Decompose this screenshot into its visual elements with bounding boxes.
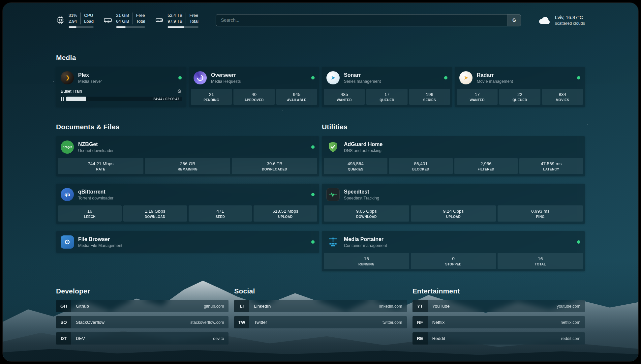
playback-progress-fill xyxy=(66,97,86,101)
bookmark-reddit[interactable]: RE Reddit reddit.com xyxy=(412,332,585,345)
service-subtitle: Usenet downloader xyxy=(78,148,114,153)
playback-progress-bar[interactable]: 24:44 / 02:06:47 xyxy=(66,97,182,101)
section-title-media: Media xyxy=(56,54,585,62)
stat-series: 196 SERIES xyxy=(409,89,450,105)
bookmark-github[interactable]: GH Github github.com xyxy=(56,300,229,312)
portainer-icon xyxy=(326,235,340,249)
filebrowser-icon xyxy=(61,235,74,249)
bookmark-abbr: LI xyxy=(234,300,249,312)
cpu-load-label: Load xyxy=(84,18,94,24)
service-card-qbittorrent[interactable]: qb qBittorrent Torrent downloader 16 LEE… xyxy=(56,184,319,224)
service-name: Speedtest xyxy=(344,189,379,195)
service-card-overseerr[interactable]: Overseerr Media Requests 21 PENDING 40 A… xyxy=(189,67,319,107)
stat-filtered: 2,956 FILTERED xyxy=(454,158,518,174)
gear-icon[interactable]: ⚙ xyxy=(177,89,182,94)
service-subtitle: Torrent downloader xyxy=(78,196,113,200)
stat-remaining: 266 GB REMAINING xyxy=(145,158,230,174)
stat-leech: 16 LEECH xyxy=(58,205,122,222)
ram-progress-fill xyxy=(116,26,126,28)
status-dot xyxy=(311,145,315,149)
bookmark-url: twitter.com xyxy=(382,320,402,325)
status-dot xyxy=(577,76,580,79)
cpu-progress-fill xyxy=(69,26,76,28)
cloud-icon xyxy=(538,15,551,25)
service-subtitle: Speedtest Tracking xyxy=(344,196,379,200)
stat-download: 1.19 Gbps DOWNLOAD xyxy=(123,205,187,222)
status-dot xyxy=(311,240,315,244)
stat-queued: 17 QUEUED xyxy=(366,89,407,105)
service-subtitle: Movie management xyxy=(477,79,513,84)
service-card-filebrowser[interactable]: File Browser Media File Management xyxy=(56,231,319,253)
ram-total-value: 64 GiB xyxy=(116,18,129,24)
service-card-adguard[interactable]: AdGuard Home DNS and adblocking 498,564 … xyxy=(322,136,585,176)
bookmark-linkedin[interactable]: LI LinkedIn linkedin.com xyxy=(234,300,407,312)
weather-location: Lviv, 16.87°C xyxy=(555,15,585,20)
service-card-radarr[interactable]: Radarr Movie management 17 WANTED 22 QUE… xyxy=(455,67,585,107)
service-card-plex[interactable]: Plex Media server Bullet Train ⚙ 24:4 xyxy=(56,67,186,107)
search-engine-button[interactable]: G xyxy=(507,15,521,26)
stat-rate: 744.21 Mbps RATE xyxy=(58,158,143,174)
radarr-icon xyxy=(459,71,473,84)
status-dot xyxy=(311,193,315,196)
disk-total-value: 97.9 TB xyxy=(168,18,182,24)
bookmark-abbr: TW xyxy=(234,316,249,328)
service-subtitle: Container management xyxy=(344,243,387,248)
stat-queries: 498,564 QUERIES xyxy=(324,158,387,174)
cpu-progress-bar xyxy=(69,26,94,28)
service-subtitle: Media server xyxy=(78,79,102,84)
bookmark-youtube[interactable]: YT YouTube youtube.com xyxy=(412,300,585,312)
bookmark-url: github.com xyxy=(204,304,224,309)
status-dot xyxy=(577,240,580,244)
playback-time: 24:44 / 02:06:47 xyxy=(153,97,179,101)
bookmark-url: youtube.com xyxy=(557,304,580,309)
stat-wanted: 485 WANTED xyxy=(324,89,365,105)
service-card-portainer[interactable]: Media Portainer Container management 16 … xyxy=(322,231,585,271)
stat-total: 16 TOTAL xyxy=(498,253,583,269)
status-dot xyxy=(178,76,182,79)
overseerr-icon xyxy=(194,71,207,84)
service-name: AdGuard Home xyxy=(344,141,382,147)
sonarr-icon xyxy=(326,71,340,84)
search-bar: G xyxy=(216,14,521,26)
bookmark-name: LinkedIn xyxy=(254,304,271,309)
cpu-label: CPU xyxy=(84,13,94,18)
cpu-widget: 31% 2.94 CPU Load xyxy=(56,13,94,28)
bookmark-stackoverflow[interactable]: SO StackOverflow stackoverflow.com xyxy=(56,316,229,328)
ram-free-value: 21 GiB xyxy=(116,13,129,18)
service-card-nzbget[interactable]: nzbget NZBGet Usenet downloader 744.21 M… xyxy=(56,136,319,176)
bookmark-abbr: SO xyxy=(56,316,71,328)
disk-widget: 52.4 TB 97.9 TB Free Total xyxy=(155,13,198,28)
bookmark-url: netflix.com xyxy=(561,320,580,325)
disk-total-label: Total xyxy=(189,18,198,24)
service-name: Overseerr xyxy=(211,72,241,78)
stat-seed: 471 SEED xyxy=(189,205,252,222)
bookmark-name: Reddit xyxy=(432,336,445,341)
qbittorrent-icon: qb xyxy=(61,188,74,201)
cpu-icon xyxy=(56,16,65,24)
section-title-developer: Developer xyxy=(56,287,229,295)
service-name: Radarr xyxy=(477,72,513,78)
service-card-speedtest[interactable]: Speedtest Speedtest Tracking 9.65 Gbps D… xyxy=(322,184,585,224)
service-subtitle: DNS and adblocking xyxy=(344,148,382,153)
search-input[interactable] xyxy=(216,15,507,26)
status-dot xyxy=(311,76,315,79)
bookmark-name: YouTube xyxy=(432,304,450,309)
cpu-load-value: 2.94 xyxy=(69,18,77,24)
disk-progress-bar xyxy=(168,26,198,28)
pause-button[interactable] xyxy=(61,97,64,101)
stat-available: 945 AVAILABLE xyxy=(276,89,317,105)
stat-blocked: 86,401 BLOCKED xyxy=(389,158,453,174)
stat-approved: 40 APPROVED xyxy=(233,89,274,105)
bookmark-netflix[interactable]: NF Netflix netflix.com xyxy=(412,316,585,328)
service-card-sonarr[interactable]: Sonarr Series management 485 WANTED 17 Q… xyxy=(322,67,452,107)
status-dot xyxy=(444,76,447,79)
stat-ping: 0.993 ms PING xyxy=(498,205,583,222)
bookmark-twitter[interactable]: TW Twitter twitter.com xyxy=(234,316,407,328)
weather-widget: Lviv, 16.87°C scattered clouds xyxy=(538,15,585,26)
section-title-utilities: Utilities xyxy=(322,123,585,131)
bookmark-name: Github xyxy=(76,304,89,309)
speedtest-icon xyxy=(326,188,340,201)
bookmark-dev[interactable]: DT DEV dev.to xyxy=(56,332,229,345)
bookmark-url: linkedin.com xyxy=(379,304,402,309)
ram-progress-bar xyxy=(116,26,145,28)
